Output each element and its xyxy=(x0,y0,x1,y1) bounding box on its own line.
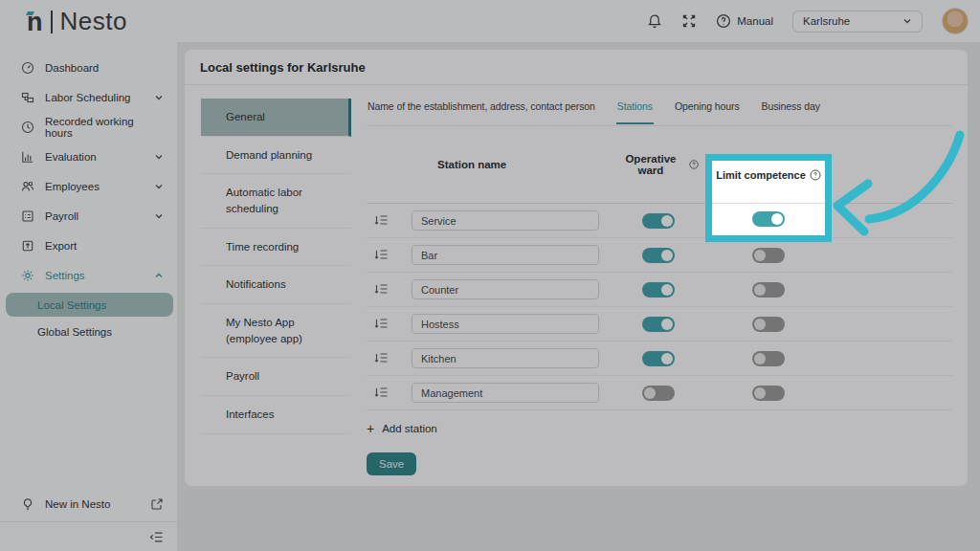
app-window: n Nesto xyxy=(0,0,980,551)
dim-overlay xyxy=(0,0,980,551)
help-circle-icon[interactable] xyxy=(810,169,821,181)
limit-competence-toggle-highlighted[interactable] xyxy=(752,211,785,227)
limit-competence-label: Limit competence xyxy=(716,169,806,181)
highlight-column-header: Limit competence xyxy=(712,161,825,204)
annotation-arrow xyxy=(823,120,980,249)
highlight-box: Limit competence xyxy=(705,154,832,242)
